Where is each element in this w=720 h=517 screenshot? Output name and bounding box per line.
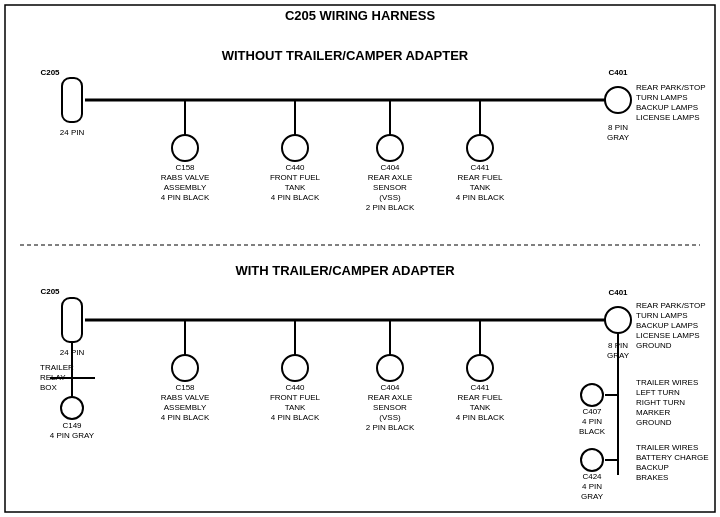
s1-c441-label4: 4 PIN BLACK (456, 193, 505, 202)
s1-right-label1: REAR PARK/STOP (636, 83, 706, 92)
s2-right-label5: GROUND (636, 341, 672, 350)
s1-c440-label4: 4 PIN BLACK (271, 193, 320, 202)
s1-right-sub2: GRAY (607, 133, 630, 142)
s2-c424-label1: TRAILER WIRES (636, 443, 698, 452)
s1-right-label3: BACKUP LAMPS (636, 103, 698, 112)
s1-c441-label1: C441 (470, 163, 490, 172)
s2-c149-sub: 4 PIN GRAY (50, 431, 95, 440)
s2-c404-label5: 2 PIN BLACK (366, 423, 415, 432)
s1-right-label2: TURN LAMPS (636, 93, 688, 102)
s2-c440-label2: FRONT FUEL (270, 393, 321, 402)
s1-c404-label1: C404 (380, 163, 400, 172)
diagram-container: C205 WIRING HARNESS WITHOUT TRAILER/CAMP… (0, 0, 720, 517)
s2-c424-id: C424 (582, 472, 602, 481)
s1-right-label4: LICENSE LAMPS (636, 113, 700, 122)
svg-point-4 (172, 135, 198, 161)
svg-rect-1 (62, 78, 82, 122)
s2-c424-label3: BACKUP (636, 463, 669, 472)
s2-right-label4: LICENSE LAMPS (636, 331, 700, 340)
s2-c158-label1: C158 (175, 383, 195, 392)
s1-right-sub1: 8 PIN (608, 123, 628, 132)
s2-c407-id: C407 (582, 407, 602, 416)
s2-trailer-relay-label1: TRAILER (40, 363, 74, 372)
s2-c407-sub2: BLACK (579, 427, 606, 436)
s2-c407-label5: GROUND (636, 418, 672, 427)
s2-right-label2: TURN LAMPS (636, 311, 688, 320)
s2-c440-label1: C440 (285, 383, 305, 392)
s2-left-id: C205 (40, 287, 60, 296)
s2-c441-label1: C441 (470, 383, 490, 392)
svg-point-18 (605, 307, 631, 333)
s2-c441-label4: 4 PIN BLACK (456, 413, 505, 422)
s2-c407-label4: MARKER (636, 408, 670, 417)
s2-c149-id: C149 (62, 421, 82, 430)
svg-rect-13 (62, 298, 82, 342)
s2-right-label1: REAR PARK/STOP (636, 301, 706, 310)
s2-c404-label1: C404 (380, 383, 400, 392)
s1-c158-label1: C158 (175, 163, 195, 172)
svg-point-10 (467, 135, 493, 161)
s2-c158-label4: 4 PIN BLACK (161, 413, 210, 422)
s2-c404-label2: REAR AXLE (368, 393, 412, 402)
svg-point-8 (377, 135, 403, 161)
s2-c407-label3: RIGHT TURN (636, 398, 685, 407)
s1-c158-label3: ASSEMBLY (164, 183, 207, 192)
s2-right-id: C401 (608, 288, 628, 297)
s1-right-id: C401 (608, 68, 628, 77)
s1-c404-label2: REAR AXLE (368, 173, 412, 182)
svg-point-31 (467, 355, 493, 381)
s2-c158-label3: ASSEMBLY (164, 403, 207, 412)
s2-right-label3: BACKUP LAMPS (636, 321, 698, 330)
section1-title: WITHOUT TRAILER/CAMPER ADAPTER (222, 48, 469, 63)
s1-left-sub: 24 PIN (60, 128, 85, 137)
s1-c441-label2: REAR FUEL (458, 173, 503, 182)
s1-c440-label1: C440 (285, 163, 305, 172)
s1-c404-label3: SENSOR (373, 183, 407, 192)
s1-c158-label4: 4 PIN BLACK (161, 193, 210, 202)
s1-c440-label3: TANK (285, 183, 306, 192)
s1-c404-label5: 2 PIN BLACK (366, 203, 415, 212)
section2-title: WITH TRAILER/CAMPER ADAPTER (235, 263, 455, 278)
svg-point-2 (605, 87, 631, 113)
s2-c440-label4: 4 PIN BLACK (271, 413, 320, 422)
s2-c424-sub2: GRAY (581, 492, 604, 501)
s2-c407-sub1: 4 PIN (582, 417, 602, 426)
svg-point-25 (172, 355, 198, 381)
svg-point-6 (282, 135, 308, 161)
svg-point-17 (61, 397, 83, 419)
main-title: C205 WIRING HARNESS (285, 8, 436, 23)
s1-c158-label2: RABS VALVE (161, 173, 210, 182)
s2-c404-label3: SENSOR (373, 403, 407, 412)
s1-c440-label2: FRONT FUEL (270, 173, 321, 182)
s1-c441-label3: TANK (470, 183, 491, 192)
s2-c441-label3: TANK (470, 403, 491, 412)
s2-c441-label2: REAR FUEL (458, 393, 503, 402)
s2-trailer-relay-label2: RELAY (40, 373, 66, 382)
s2-c158-label2: RABS VALVE (161, 393, 210, 402)
svg-rect-32 (5, 5, 715, 512)
svg-point-21 (581, 384, 603, 406)
s2-c424-label2: BATTERY CHARGE (636, 453, 708, 462)
s2-c407-label2: LEFT TURN (636, 388, 680, 397)
s2-c424-sub1: 4 PIN (582, 482, 602, 491)
s2-c407-label1: TRAILER WIRES (636, 378, 698, 387)
s1-left-id: C205 (40, 68, 60, 77)
s2-c424-label4: BRAKES (636, 473, 668, 482)
s2-c440-label3: TANK (285, 403, 306, 412)
svg-point-23 (581, 449, 603, 471)
s1-c404-label4: (VSS) (379, 193, 401, 202)
s2-c404-label4: (VSS) (379, 413, 401, 422)
svg-point-29 (377, 355, 403, 381)
svg-point-27 (282, 355, 308, 381)
s2-trailer-relay-label3: BOX (40, 383, 58, 392)
